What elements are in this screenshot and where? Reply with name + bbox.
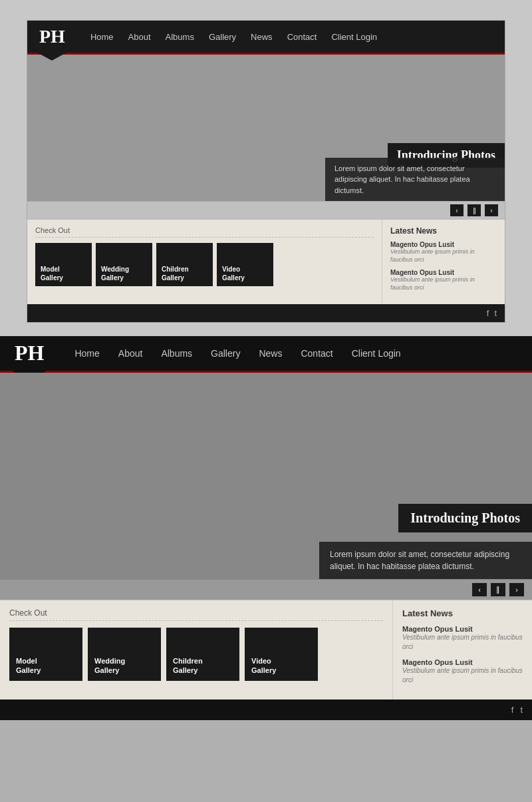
thumb-model-2[interactable]: Model Gallery xyxy=(9,628,82,681)
thumb-video-1[interactable]: Video Gallery xyxy=(217,243,273,286)
nav-item-news-1[interactable]: News xyxy=(251,31,273,43)
hero-desc-2: Lorem ipsum dolor sit amet, consectetur … xyxy=(330,550,509,571)
bottom-section-2: Check Out Model Gallery Wedding Gallery xyxy=(0,600,532,700)
nav-links-1: Home About Albums Gallery News Contact C… xyxy=(77,31,377,43)
slider-controls-2: ‹ ‖ › xyxy=(0,579,532,600)
nav-link-about-1[interactable]: About xyxy=(128,32,151,42)
hero-area-2: Introducing Photos Lorem ipsum dolor sit… xyxy=(0,373,532,579)
news-item-sub-1-1: Vestibulum ante ipsum primis in faucibus… xyxy=(390,248,497,264)
news-item-title-2-1: Magento Opus Lusit xyxy=(402,625,523,633)
news-title-2: Latest News xyxy=(402,608,523,618)
thumb-label-wedding-2: Wedding Gallery xyxy=(94,656,125,676)
hero-area-1: Introducing Photos Lorem ipsum dolor sit… xyxy=(27,55,505,201)
facebook-icon-1[interactable]: f xyxy=(487,308,489,318)
twitter-icon-1[interactable]: t xyxy=(494,308,497,318)
site-nav-2: PH Home About Albums Gallery News Contac… xyxy=(0,336,532,371)
gallery-thumbs-1: Model Gallery Wedding Gallery Children xyxy=(35,243,374,286)
thumb-wedding-1[interactable]: Wedding Gallery xyxy=(96,243,152,286)
thumb-label-model-2: Model Gallery xyxy=(16,656,41,676)
thumb-label-video-1: Video Gallery xyxy=(222,265,245,282)
news-sidebar-2: Latest News Magento Opus Lusit Vestibulu… xyxy=(392,600,532,700)
thumb-children-1[interactable]: Children Gallery xyxy=(156,243,213,286)
news-item-1-1: Magento Opus Lusit Vestibulum ante ipsum… xyxy=(390,241,497,264)
twitter-icon-2[interactable]: t xyxy=(520,705,523,715)
next-button-1[interactable]: › xyxy=(485,204,498,216)
nav-item-clientlogin-1[interactable]: Client Login xyxy=(331,31,377,43)
nav-link-clientlogin-2[interactable]: Client Login xyxy=(352,348,401,359)
pause-button-1[interactable]: ‖ xyxy=(467,204,481,216)
hero-desc-box-1: Lorem ipsum dolor sit amet, consectetur … xyxy=(325,158,505,202)
checkout-label-1: Check Out xyxy=(35,226,374,238)
gallery-thumbs-2: Model Gallery Wedding Gallery Children G… xyxy=(9,628,383,681)
thumb-children-2[interactable]: Children Gallery xyxy=(166,628,239,681)
site-nav-1: PH Home About Albums Gallery News Contac… xyxy=(27,21,505,53)
hero-desc-box-2: Lorem ipsum dolor sit amet, consectetur … xyxy=(319,542,532,579)
news-item-title-1-1: Magento Opus Lusit xyxy=(390,241,497,248)
nav-link-home-1[interactable]: Home xyxy=(90,32,114,42)
site-footer-1: f t xyxy=(27,304,505,322)
nav-link-about-2[interactable]: About xyxy=(118,348,143,359)
pause-button-2[interactable]: ‖ xyxy=(491,583,505,596)
nav-item-gallery-2[interactable]: Gallery xyxy=(211,347,240,359)
nav-item-gallery-1[interactable]: Gallery xyxy=(209,31,236,43)
site-logo-1: PH xyxy=(27,21,77,53)
nav-link-contact-1[interactable]: Contact xyxy=(287,32,317,42)
hero-desc-1: Lorem ipsum dolor sit amet, consectetur … xyxy=(334,164,470,194)
news-item-title-2-2: Magento Opus Lusit xyxy=(402,658,523,666)
site-footer-2: f t xyxy=(0,700,532,720)
thumb-label-wedding-1: Wedding Gallery xyxy=(101,265,129,282)
nav-item-contact-2[interactable]: Contact xyxy=(301,347,332,359)
news-title-1: Latest News xyxy=(390,226,497,236)
nav-link-news-2[interactable]: News xyxy=(259,348,282,359)
logo-text-2: PH xyxy=(15,341,44,365)
hero-title-2: Introducing Photos xyxy=(410,510,520,525)
nav-item-contact-1[interactable]: Contact xyxy=(287,31,317,43)
nav-link-clientlogin-1[interactable]: Client Login xyxy=(331,32,377,42)
news-sidebar-1: Latest News Magento Opus Lusit Vestibulu… xyxy=(382,220,505,304)
nav-links-2: Home About Albums Gallery News Contact C… xyxy=(59,347,400,359)
news-item-1-2: Magento Opus Lusit Vestibulum ante ipsum… xyxy=(390,269,497,292)
thumb-label-children-2: Children Gallery xyxy=(173,656,203,676)
hero-title-box-2: Introducing Photos xyxy=(398,504,532,532)
news-item-sub-2-1: Vestibulum ante ipsum primis in faucibus… xyxy=(402,633,523,652)
nav-item-clientlogin-2[interactable]: Client Login xyxy=(352,347,401,359)
mockup1-wrapper: PH Home About Albums Gallery News Contac… xyxy=(0,0,532,336)
thumb-model-1[interactable]: Model Gallery xyxy=(35,243,92,286)
next-button-2[interactable]: › xyxy=(509,583,524,596)
nav-item-about-2[interactable]: About xyxy=(118,347,143,359)
nav-link-gallery-2[interactable]: Gallery xyxy=(211,348,240,359)
news-item-sub-2-2: Vestibulum ante ipsum primis in faucibus… xyxy=(402,666,523,685)
logo-ribbon-1 xyxy=(37,53,66,61)
slider-controls-1: ‹ ‖ › xyxy=(27,201,505,219)
news-item-2-1: Magento Opus Lusit Vestibulum ante ipsum… xyxy=(402,625,523,652)
nav-item-news-2[interactable]: News xyxy=(259,347,282,359)
nav-item-home-2[interactable]: Home xyxy=(74,347,99,359)
checkout-label-2: Check Out xyxy=(9,608,383,621)
news-item-2-2: Magento Opus Lusit Vestibulum ante ipsum… xyxy=(402,658,523,685)
nav-item-home-1[interactable]: Home xyxy=(90,31,114,43)
prev-button-2[interactable]: ‹ xyxy=(472,583,487,596)
checkout-area-2: Check Out Model Gallery Wedding Gallery xyxy=(0,600,392,700)
nav-link-albums-1[interactable]: Albums xyxy=(166,32,194,42)
nav-link-gallery-1[interactable]: Gallery xyxy=(209,32,236,42)
nav-link-albums-2[interactable]: Albums xyxy=(161,348,192,359)
logo-text-1: PH xyxy=(39,26,65,47)
nav-item-albums-1[interactable]: Albums xyxy=(166,31,194,43)
news-item-sub-1-2: Vestibulum ante ipsum primis in faucibus… xyxy=(390,276,497,292)
news-item-title-1-2: Magento Opus Lusit xyxy=(390,269,497,276)
thumb-wedding-2[interactable]: Wedding Gallery xyxy=(88,628,161,681)
nav-link-home-2[interactable]: Home xyxy=(74,348,99,359)
facebook-icon-2[interactable]: f xyxy=(511,705,514,715)
thumb-label-video-2: Video Gallery xyxy=(251,656,276,676)
nav-item-albums-2[interactable]: Albums xyxy=(161,347,192,359)
thumb-label-model-1: Model Gallery xyxy=(41,265,63,282)
mockup2-wrapper: PH Home About Albums Gallery News Contac… xyxy=(0,336,532,720)
bottom-section-1: Check Out Model Gallery Wedding Gallery xyxy=(27,219,505,304)
nav-link-contact-2[interactable]: Contact xyxy=(301,348,332,359)
thumb-video-2[interactable]: Video Gallery xyxy=(245,628,318,681)
nav-link-news-1[interactable]: News xyxy=(251,32,273,42)
prev-button-1[interactable]: ‹ xyxy=(450,204,464,216)
thumb-label-children-1: Children Gallery xyxy=(162,265,189,282)
site-logo-2: PH xyxy=(0,336,59,371)
nav-item-about-1[interactable]: About xyxy=(128,31,151,43)
